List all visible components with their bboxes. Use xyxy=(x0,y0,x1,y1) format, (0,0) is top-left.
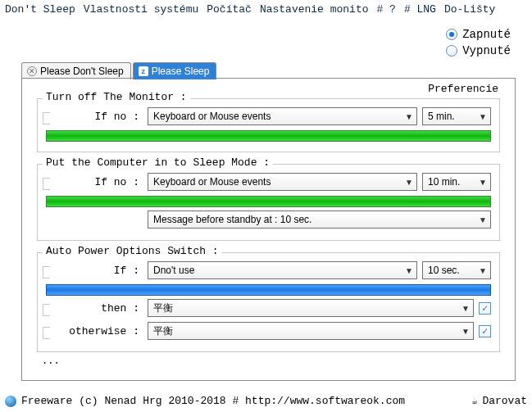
radio-on-label: Zapnuté xyxy=(462,28,511,41)
globe-icon xyxy=(5,396,16,407)
combo-value: 10 sec. xyxy=(428,265,460,276)
otherwise-label: otherwise : xyxy=(46,325,143,337)
menu-item[interactable]: Počítač xyxy=(207,3,252,16)
menu-item[interactable]: Don't Sleep xyxy=(5,3,75,16)
menubar: Don't Sleep Vlastnosti systému Počítač N… xyxy=(0,0,532,19)
radio-off[interactable] xyxy=(446,45,457,57)
event-combo[interactable]: Keyboard or Mouse events ▼ xyxy=(148,173,417,191)
footer-text: Freeware (c) Nenad Hrg 2010-2018 # http:… xyxy=(21,395,405,407)
chevron-down-icon: ▼ xyxy=(479,112,487,121)
footer: Freeware (c) Nenad Hrg 2010-2018 # http:… xyxy=(5,395,527,407)
group-title: Put the Computer in to Sleep Mode : xyxy=(43,156,273,169)
menu-item[interactable]: # LNG xyxy=(404,3,436,16)
tab-label: Please Don't Sleep xyxy=(40,66,124,77)
group-auto-power: Auto Power Options Switch : If : Dno't u… xyxy=(37,252,500,352)
time-combo[interactable]: 5 min. ▼ xyxy=(422,107,491,125)
menu-item[interactable]: Vlastnosti systému xyxy=(84,3,198,16)
chevron-down-icon: ▼ xyxy=(405,178,413,187)
radio-off-label: Vypnuté xyxy=(462,44,511,57)
then-label: then : xyxy=(46,302,143,315)
if-label: If : xyxy=(46,265,143,277)
radio-on[interactable] xyxy=(446,29,457,40)
if-no-label: If no : xyxy=(46,176,143,188)
combo-value: Keyboard or Mouse events xyxy=(153,176,271,188)
main-panel: Preferencie Turn off The Monitor : If no… xyxy=(21,78,516,381)
combo-value: Dno't use xyxy=(153,265,194,276)
chevron-down-icon: ▼ xyxy=(405,266,413,275)
otherwise-combo[interactable]: 平衡 ▼ xyxy=(148,322,474,340)
then-checkbox[interactable]: ✓ xyxy=(479,302,491,315)
menu-item[interactable]: Do-Lišty xyxy=(444,3,495,16)
progress-bar xyxy=(46,130,491,142)
if-no-label: If no : xyxy=(46,111,143,123)
if-combo[interactable]: Dno't use ▼ xyxy=(148,261,417,279)
menu-item[interactable]: Nastavenie monito xyxy=(260,3,369,16)
combo-value: 10 min. xyxy=(428,176,460,188)
tab-bar: ✕ Please Don't Sleep z Please Sleep xyxy=(21,62,218,79)
group-monitor-off: Turn off The Monitor : If no : Keyboard … xyxy=(37,98,500,152)
group-title: Turn off The Monitor : xyxy=(43,91,190,103)
tab-dont-sleep[interactable]: ✕ Please Don't Sleep xyxy=(21,62,131,79)
sleep-icon: z xyxy=(139,66,148,76)
donate-link[interactable]: Darovat xyxy=(482,395,527,407)
tab-please-sleep[interactable]: z Please Sleep xyxy=(133,62,217,79)
progress-bar xyxy=(46,196,491,207)
combo-value: Message before standby at : 10 sec. xyxy=(153,214,311,225)
more-indicator: ... xyxy=(42,355,500,367)
then-combo[interactable]: 平衡 ▼ xyxy=(148,299,474,317)
enable-radio-group: Zapnuté Vypnuté xyxy=(446,28,511,61)
coffee-icon: ☕ xyxy=(471,395,477,407)
group-sleep-mode: Put the Computer in to Sleep Mode : If n… xyxy=(37,164,500,241)
menu-item[interactable]: # ? xyxy=(377,3,396,16)
otherwise-checkbox[interactable]: ✓ xyxy=(479,325,491,337)
combo-value: Keyboard or Mouse events xyxy=(153,111,271,122)
close-circle-icon: ✕ xyxy=(27,66,37,76)
chevron-down-icon: ▼ xyxy=(462,327,470,336)
chevron-down-icon: ▼ xyxy=(479,215,487,224)
event-combo[interactable]: Keyboard or Mouse events ▼ xyxy=(148,107,417,125)
if-time-combo[interactable]: 10 sec. ▼ xyxy=(422,261,491,279)
time-combo[interactable]: 10 min. ▼ xyxy=(422,173,491,191)
preferences-link[interactable]: Preferencie xyxy=(428,83,498,95)
combo-value: 平衡 xyxy=(153,324,173,338)
tab-label: Please Sleep xyxy=(152,66,210,77)
chevron-down-icon: ▼ xyxy=(479,266,487,275)
chevron-down-icon: ▼ xyxy=(479,178,487,187)
group-title: Auto Power Options Switch : xyxy=(43,245,222,257)
chevron-down-icon: ▼ xyxy=(405,112,413,121)
combo-value: 平衡 xyxy=(153,301,173,315)
message-combo[interactable]: Message before standby at : 10 sec. ▼ xyxy=(148,211,491,229)
progress-bar xyxy=(46,284,491,296)
combo-value: 5 min. xyxy=(428,111,455,122)
chevron-down-icon: ▼ xyxy=(462,304,470,313)
